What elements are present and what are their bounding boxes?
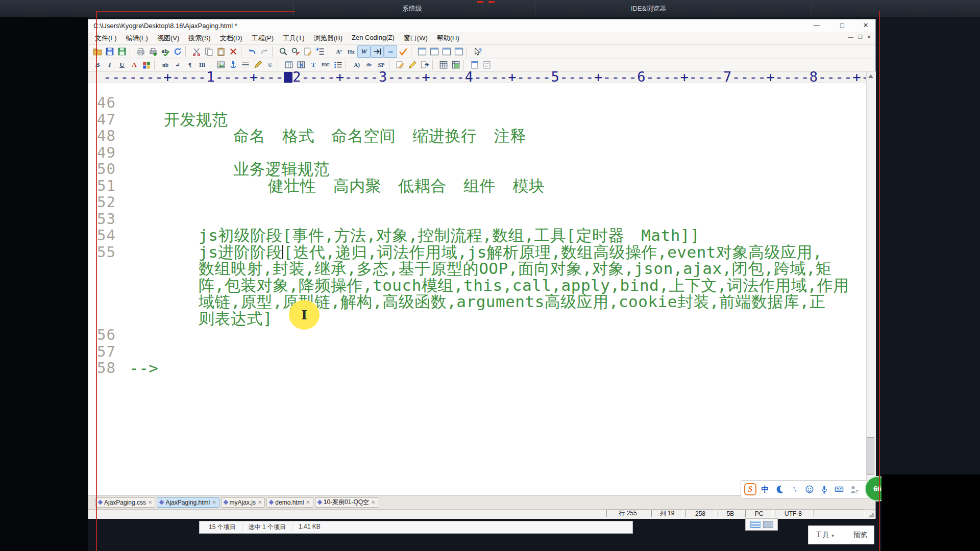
doc-tab-label: myAjax.js (230, 499, 256, 506)
vertical-scrollbar[interactable] (866, 71, 876, 495)
chinese-mode-icon[interactable]: 中 (759, 484, 771, 495)
bold-icon[interactable]: B (91, 59, 104, 70)
maximize-button[interactable]: □ (835, 20, 850, 31)
editor-line: 56 (0, 327, 866, 343)
details-view-icon[interactable] (750, 521, 761, 528)
spell-check-icon[interactable]: ab (159, 46, 172, 57)
undo-icon[interactable] (246, 46, 258, 57)
tools-button[interactable]: 工具 ▾ (815, 531, 834, 540)
top-bar-divider (535, 2, 535, 15)
menu-item[interactable]: 窗口(W) (399, 34, 432, 43)
night-mode-icon[interactable] (774, 484, 786, 495)
top-tab-system-level[interactable]: 系统级 (402, 4, 422, 13)
doc-tab[interactable]: 10-案例01-QQ空 ✕ (315, 497, 379, 508)
doc-tab[interactable]: myAjax.js ✕ (221, 497, 265, 508)
redo-icon[interactable] (258, 46, 271, 57)
punctuation-mode-icon[interactable]: ’, (789, 484, 801, 495)
preview-button[interactable]: 预览 (853, 531, 867, 540)
scrollbar-thumb[interactable] (867, 437, 874, 475)
ruler-scale: -------+----1----+----2----+----3----+--… (103, 71, 870, 83)
svg-text:?: ? (479, 47, 482, 54)
hex-viewer-icon[interactable]: Hx (345, 46, 357, 57)
find-in-files-icon[interactable] (302, 46, 314, 57)
window-layout-2-icon[interactable] (428, 46, 440, 57)
print-preview-icon[interactable] (135, 46, 147, 57)
doc-tab[interactable]: AjaxPaging.html ✕ (157, 497, 219, 508)
menu-item[interactable]: 工具(T) (278, 34, 309, 43)
menu-item[interactable]: 工程(P) (247, 34, 278, 43)
chevron-down-icon: ▾ (831, 533, 834, 538)
editor-line: 53 (0, 211, 866, 228)
delete-icon[interactable] (227, 46, 239, 57)
line-number: 51 (97, 178, 120, 194)
paste-icon[interactable] (215, 46, 227, 57)
top-bar-divider (812, 2, 812, 15)
line-number: 52 (97, 194, 120, 211)
line-number: 48 (97, 128, 120, 144)
doc-tab[interactable]: demo.html ✕ (266, 497, 313, 508)
window-layout-3-icon[interactable] (440, 46, 453, 57)
title-bar[interactable]: C:\Users\Kyogre\Desktop\8.16\AjaxPaging.… (88, 19, 875, 32)
tools-label: 工具 (815, 531, 829, 539)
window-layout-4-icon[interactable] (453, 46, 465, 57)
menu-item[interactable]: 文档(D) (215, 34, 247, 43)
sogou-logo-icon[interactable]: S (744, 484, 756, 495)
tab-indent-icon[interactable] (371, 45, 384, 58)
editor-line: 55js进阶阶段[迭代,递归,词法作用域,js解析原理,数组高级操作,event… (0, 244, 866, 261)
word-wrap-icon[interactable]: W (357, 45, 371, 58)
tab-close-icon[interactable]: ✕ (306, 499, 310, 505)
copy-icon[interactable] (203, 46, 215, 57)
mdi-close-icon[interactable]: ✕ (867, 34, 871, 40)
menu-item[interactable]: 编辑(E) (121, 34, 153, 43)
editor-line: 48命名 格式 命名空间 缩进换行 注释 (0, 128, 866, 144)
print-icon[interactable] (147, 46, 159, 57)
menu-item[interactable]: 文件(F) (90, 34, 121, 43)
toolbar-separator (278, 60, 281, 70)
doc-tab[interactable]: AjaxPaging.css ✕ (95, 497, 155, 508)
resize-grip[interactable] (869, 512, 874, 517)
toolbar-separator (432, 60, 436, 70)
toolbar-separator (467, 46, 470, 57)
line-number: 55 (97, 244, 120, 261)
syntax-check-icon[interactable] (397, 46, 409, 57)
svg-text:?: ? (855, 489, 858, 494)
window-layout-1-icon[interactable] (416, 46, 428, 57)
emoji-panel-icon[interactable] (803, 484, 816, 495)
video-black-corner (881, 474, 980, 551)
minimize-button[interactable]: — (809, 20, 824, 31)
close-button[interactable]: ✕ (858, 20, 873, 31)
menu-item[interactable]: 视图(V) (153, 34, 184, 43)
browser-refresh-icon[interactable] (172, 46, 184, 57)
mdi-restore-icon[interactable]: ❐ (858, 34, 863, 40)
cut-icon[interactable] (190, 46, 203, 57)
context-help-icon[interactable]: ? (472, 46, 484, 57)
thumbnail-view-icon[interactable] (763, 521, 773, 528)
toolbar-separator (241, 46, 244, 57)
explorer-view-toggle (745, 518, 778, 531)
menu-item[interactable]: Zen Coding(Z) (347, 34, 399, 43)
replace-icon[interactable] (289, 46, 302, 57)
save-all-icon[interactable] (116, 46, 128, 57)
scroll-up-arrow[interactable] (868, 74, 873, 78)
status-cell: 行 255 (606, 510, 649, 517)
save-file-icon[interactable] (104, 46, 116, 57)
tab-close-icon[interactable]: ✕ (148, 499, 152, 505)
document-outline-icon[interactable] (314, 46, 326, 57)
font-size-icon[interactable]: Aª (333, 46, 345, 57)
tab-close-icon[interactable]: ✕ (212, 499, 216, 505)
tab-close-icon[interactable]: ✕ (258, 499, 262, 505)
soft-keyboard-icon[interactable] (833, 484, 845, 495)
menu-item[interactable]: 帮助(H) (432, 34, 464, 43)
toolbox-icon[interactable]: ? (848, 484, 860, 495)
voice-input-icon[interactable] (818, 484, 830, 495)
editor-line: 57 (0, 343, 866, 360)
editor-line: 46 (0, 94, 866, 111)
open-file-icon[interactable] (91, 46, 104, 57)
top-tab-ide-browser[interactable]: IDE&浏览器 (631, 4, 666, 13)
menu-item[interactable]: 搜索(S) (184, 34, 215, 43)
tab-close-icon[interactable]: ✕ (371, 499, 375, 505)
menu-item[interactable]: 浏览器(B) (309, 34, 347, 43)
auto-completion-icon[interactable]: co (384, 45, 397, 58)
mdi-minimize-icon[interactable]: — (848, 34, 853, 40)
find-icon[interactable] (277, 46, 289, 57)
